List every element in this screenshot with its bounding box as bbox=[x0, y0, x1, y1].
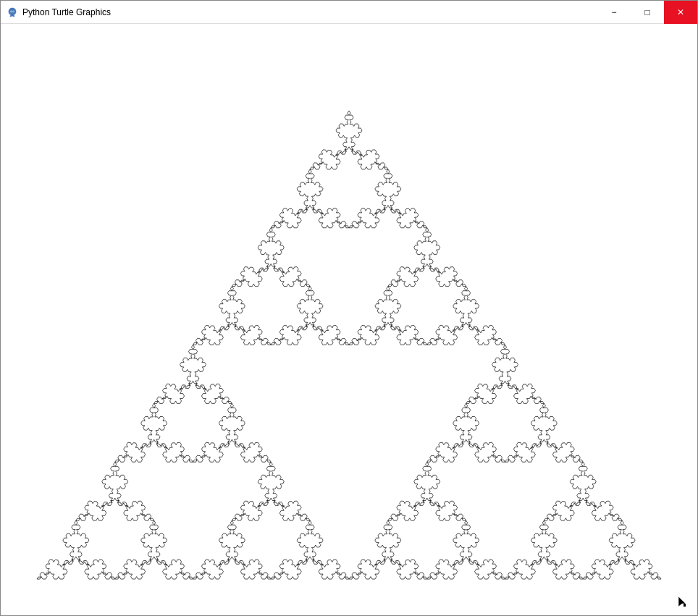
titlebar-controls: − □ ✕ bbox=[597, 1, 697, 24]
svg-point-3 bbox=[13, 11, 14, 12]
maximize-button[interactable]: □ bbox=[631, 1, 664, 24]
titlebar: Python Turtle Graphics − □ ✕ bbox=[1, 1, 697, 24]
window: Python Turtle Graphics − □ ✕ bbox=[0, 0, 698, 616]
python-turtle-icon bbox=[7, 7, 18, 18]
titlebar-left: Python Turtle Graphics bbox=[7, 7, 111, 18]
minimize-button[interactable]: − bbox=[597, 1, 631, 24]
canvas-area bbox=[1, 24, 697, 615]
close-button[interactable]: ✕ bbox=[664, 1, 697, 24]
svg-point-2 bbox=[11, 11, 12, 12]
window-title: Python Turtle Graphics bbox=[22, 7, 111, 17]
fractal-canvas bbox=[1, 24, 697, 615]
